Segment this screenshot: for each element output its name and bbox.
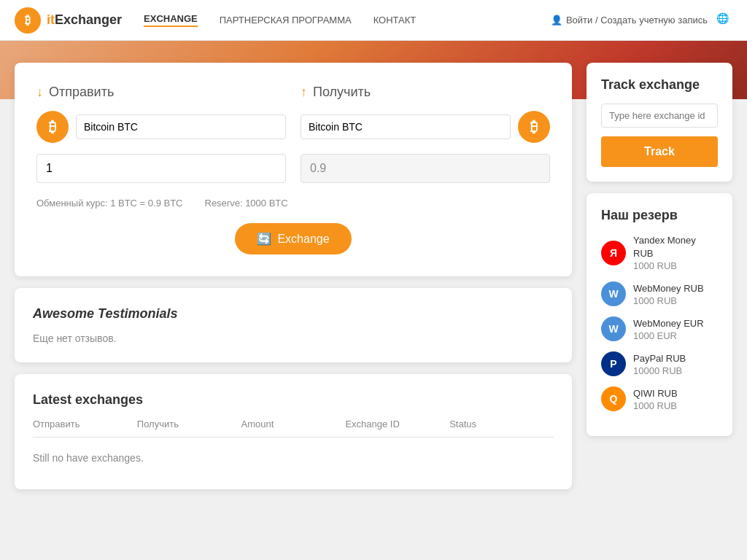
- navbar: ₿ itExchanger EXCHANGE ПАРТНЕРСКАЯ ПРОГР…: [0, 0, 747, 41]
- table-header: Отправить Получить Amount Exchange ID St…: [33, 419, 554, 438]
- webmoney-eur-name: WebMoney EUR: [633, 317, 704, 330]
- receive-column: ↑ Получить Bitcoin BTC ₿: [301, 85, 550, 183]
- testimonials-title-awesome: Awesome: [33, 306, 94, 321]
- no-exchanges-text: Still no have exchanges.: [33, 445, 554, 471]
- receive-label: Получить: [313, 85, 371, 100]
- rate-info: Обменный курс: 1 BTC = 0.9 BTC Reserve: …: [36, 198, 550, 209]
- qiwi-name: QIWI RUB: [633, 387, 678, 400]
- reserve-card: Наш резерв Я Yandex Money RUB 1000 RUB W…: [587, 193, 732, 436]
- reserve-item-qiwi: Q QIWI RUB 1000 RUB: [601, 386, 718, 411]
- right-panel: Track exchange Track Наш резерв Я Yandex…: [587, 63, 732, 489]
- reserve-text: Reserve: 1000 BTC: [205, 198, 288, 209]
- webmoney-rub-icon: W: [601, 281, 626, 306]
- testimonials-title: Awesome Testimonials: [33, 306, 554, 322]
- reserve-item-webmoney-eur: W WebMoney EUR 1000 EUR: [601, 316, 718, 341]
- reserve-item-paypal: P PayPal RUB 10000 RUB: [601, 351, 718, 376]
- exchange-rate-text: Обменный курс: 1 BTC = 0.9 BTC: [36, 198, 183, 209]
- send-amount-input[interactable]: [36, 154, 286, 183]
- track-button[interactable]: Track: [601, 136, 718, 167]
- col-send: Отправить: [33, 419, 137, 429]
- nav-exchange[interactable]: EXCHANGE: [144, 13, 198, 27]
- left-panel: ↓ Отправить ₿ Bitcoin BTC ↑ П: [15, 63, 572, 489]
- reserve-item-yandex: Я Yandex Money RUB 1000 RUB: [601, 234, 718, 271]
- receive-currency-select[interactable]: Bitcoin BTC: [301, 114, 511, 139]
- send-crypto-row: ₿ Bitcoin BTC: [36, 111, 286, 143]
- send-label: Отправить: [49, 85, 114, 100]
- yandex-name: Yandex Money RUB: [633, 234, 718, 260]
- yandex-amount: 1000 RUB: [633, 260, 718, 271]
- receive-amount-input: [301, 154, 550, 183]
- col-amount: Amount: [241, 419, 346, 429]
- receive-crypto-icon: ₿: [518, 111, 550, 143]
- receive-crypto-row: Bitcoin BTC ₿: [301, 111, 550, 143]
- webmoney-rub-info: WebMoney RUB 1000 RUB: [633, 282, 704, 306]
- send-column: ↓ Отправить ₿ Bitcoin BTC: [36, 85, 286, 183]
- track-exchange-input[interactable]: [601, 104, 718, 128]
- receive-header: ↑ Получить: [301, 85, 550, 100]
- paypal-amount: 10000 RUB: [633, 365, 686, 376]
- send-currency-select[interactable]: Bitcoin BTC: [76, 114, 286, 139]
- login-button[interactable]: 👤 Войти / Создать учетную запись: [551, 15, 708, 26]
- paypal-icon: P: [601, 351, 626, 376]
- nav-right: 👤 Войти / Создать учетную запись 🌐: [551, 12, 732, 28]
- yandex-icon: Я: [601, 241, 626, 265]
- webmoney-eur-amount: 1000 EUR: [633, 330, 704, 341]
- paypal-name: PayPal RUB: [633, 352, 686, 365]
- logo-text: itExchanger: [47, 12, 122, 28]
- col-exchange-id: Exchange ID: [345, 419, 449, 429]
- send-crypto-icon: ₿: [36, 111, 69, 143]
- qiwi-icon: Q: [601, 386, 626, 411]
- yandex-info: Yandex Money RUB 1000 RUB: [633, 234, 718, 271]
- main-content: ↓ Отправить ₿ Bitcoin BTC ↑ П: [0, 63, 747, 504]
- paypal-info: PayPal RUB 10000 RUB: [633, 352, 686, 376]
- login-label: Войти / Создать учетную запись: [566, 15, 708, 26]
- exchange-btn-label: Exchange: [277, 233, 329, 246]
- exchange-button[interactable]: 🔄 Exchange: [235, 223, 352, 254]
- nav-contact[interactable]: КОНТАКТ: [374, 15, 417, 26]
- logo[interactable]: ₿ itExchanger: [15, 7, 122, 34]
- latest-exchanges-card: Latest exchanges Отправить Получить Amou…: [15, 374, 572, 489]
- qiwi-info: QIWI RUB 1000 RUB: [633, 387, 678, 411]
- webmoney-rub-amount: 1000 RUB: [633, 295, 704, 306]
- language-globe-icon[interactable]: 🌐: [716, 12, 732, 28]
- send-header: ↓ Отправить: [36, 85, 286, 100]
- col-status: Status: [449, 419, 554, 429]
- no-reviews-text: Еще нет отзывов.: [33, 332, 554, 344]
- webmoney-eur-icon: W: [601, 316, 626, 341]
- exchange-card: ↓ Отправить ₿ Bitcoin BTC ↑ П: [15, 63, 572, 276]
- track-card: Track exchange Track: [587, 63, 732, 182]
- send-arrow-icon: ↓: [36, 85, 43, 100]
- webmoney-eur-info: WebMoney EUR 1000 EUR: [633, 317, 704, 341]
- track-title: Track exchange: [601, 77, 718, 93]
- user-icon: 👤: [551, 15, 562, 26]
- webmoney-rub-name: WebMoney RUB: [633, 282, 704, 295]
- receive-arrow-icon: ↑: [301, 85, 307, 100]
- latest-exchanges-title: Latest exchanges: [33, 392, 554, 408]
- testimonials-card: Awesome Testimonials Еще нет отзывов.: [15, 288, 572, 362]
- logo-icon: ₿: [15, 7, 41, 34]
- col-receive: Получить: [137, 419, 241, 429]
- reserve-item-webmoney-rub: W WebMoney RUB 1000 RUB: [601, 281, 718, 306]
- nav-partners[interactable]: ПАРТНЕРСКАЯ ПРОГРАММА: [220, 15, 352, 26]
- qiwi-amount: 1000 RUB: [633, 400, 678, 411]
- reserve-title: Наш резерв: [601, 208, 718, 223]
- nav-links: EXCHANGE ПАРТНЕРСКАЯ ПРОГРАММА КОНТАКТ: [144, 13, 551, 27]
- refresh-icon: 🔄: [257, 232, 271, 246]
- exchange-header: ↓ Отправить ₿ Bitcoin BTC ↑ П: [36, 85, 550, 183]
- testimonials-title-rest: Testimonials: [94, 306, 177, 321]
